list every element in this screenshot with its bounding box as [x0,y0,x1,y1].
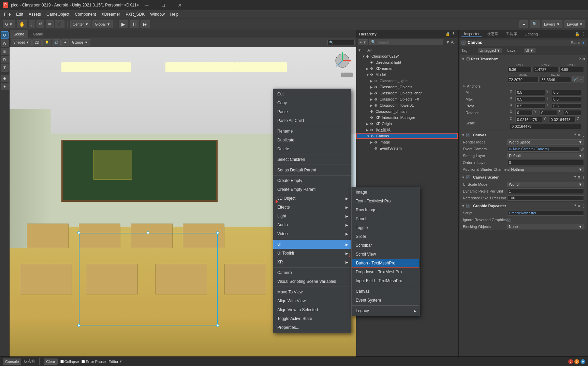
canvas-more-icon[interactable]: ⋮ [582,133,585,137]
submenu-button-tmp[interactable]: Button - TextMeshPro [352,259,419,268]
render-mode-dropdown[interactable]: World Space▼ [507,139,584,145]
error-pause-btn[interactable]: Error Pause [82,360,106,364]
tree-item-image[interactable]: ▶ ⚙ Image [356,139,458,145]
raycaster-toggle[interactable]: ✓ [466,204,470,208]
tree-item-classroom-char[interactable]: ▶ ⚙ Classroom_Objects_char [356,90,458,96]
ctx-select-children[interactable]: Select Children [273,155,351,164]
scaler-info-icon[interactable]: ? [574,176,576,179]
anchor-min-x-field[interactable]: 0.5 [515,90,545,95]
collapse-btn[interactable]: Collapse [60,360,79,364]
submenu-raw-image[interactable]: Raw Image [352,205,419,214]
scaler-more-icon[interactable]: ⋮ [582,176,585,179]
editor-btn[interactable]: Editor ▼ [108,360,122,364]
script-field[interactable]: GraphicRaycaster [507,211,584,216]
pause-button[interactable]: ⏸ [130,20,139,28]
rot-x-field[interactable]: 0 [515,110,533,116]
tree-item-canvas[interactable]: ▼ ⚙ Canvas [356,133,458,139]
submenu-text-tmp[interactable]: Text - TextMeshPro [352,197,419,205]
ctx-align-with-view[interactable]: Align With View [273,296,351,305]
width-field[interactable]: 72.2079 [507,77,539,82]
shading-dropdown[interactable]: Shaded ▼ [11,39,32,46]
scale-tool[interactable]: R [1,56,9,63]
event-camera-pick[interactable]: ◎ [580,147,584,151]
menu-xdreamer[interactable]: XDreamer [99,11,123,17]
tree-item-xr-origin[interactable]: ▶ ⚙ XR Origin [356,121,458,127]
hierarchy-add-btn[interactable]: + ▼ [358,39,368,45]
scale-z-field[interactable]: 0.02164478 [510,124,581,129]
scene-search-input[interactable]: 🔍 [327,40,355,45]
info-count-indicator[interactable]: 0 [580,359,585,364]
ctx-ui-toolkit[interactable]: UI Toolkit▶ [273,249,351,258]
rect-settings-icon[interactable]: ⚙ [582,57,585,61]
tree-item-xr-manager[interactable]: ⚙ XR Interaction Manager [356,115,458,121]
maximize-button[interactable]: □ [156,0,171,10]
submenu-scroll-view[interactable]: Scroll View [352,250,419,259]
ctx-create-empty[interactable]: Create Empty [273,176,351,185]
step-button[interactable]: ⏭ [141,20,150,28]
ui-scale-mode-dropdown[interactable]: World▼ [507,182,584,187]
pos-z-field[interactable]: 4.95 [559,67,584,72]
pos-y-field[interactable]: 1.4727 [533,67,558,72]
anchors-arrow[interactable]: ▶ [463,84,466,88]
tree-item-all[interactable]: ▼ All [356,47,458,53]
ctx-toggle-active[interactable]: Toggle Active State [273,314,351,323]
scene-audio-btn[interactable]: 🔊 [52,39,61,46]
cloud-icon[interactable]: ☁ [519,20,528,28]
menu-gameobject[interactable]: GameObject [44,11,72,17]
canvas-active-toggle[interactable]: ✓ [466,133,470,137]
canvas-settings-icon[interactable]: ⚙ [577,133,580,137]
anchor-max-y-field[interactable]: 0.5 [552,96,582,102]
menu-component[interactable]: Component [72,11,99,17]
tool-move[interactable]: ✋ [17,20,27,28]
minimize-button[interactable]: ─ [139,0,155,10]
ctx-duplicate[interactable]: Duplicate [273,136,351,144]
scale-x-field[interactable]: 0.02164478 [515,117,542,122]
hierarchy-more-icon[interactable]: ⋮ [452,32,455,36]
layer-dropdown[interactable]: UI▼ [524,48,535,53]
dynamic-pixels-field[interactable]: 1 [507,188,584,194]
scene-fx-btn[interactable]: ✦ [61,39,69,46]
tree-item-dimian[interactable]: ⚙ Classroom_dimian [356,108,458,115]
ctx-cut[interactable]: Cut [273,90,351,98]
canvas-scaler-header[interactable]: ▼ ✓ Canvas Scaler ? ⚙ ⋮ [460,173,587,181]
tree-item-teleport[interactable]: ▶ ⚙ 传送区域 [356,127,458,133]
scaler-settings-icon[interactable]: ⚙ [577,176,580,179]
tool-scale[interactable]: ↺ [36,20,44,28]
ctx-set-default-parent[interactable]: Set as Default Parent [273,166,351,174]
ctx-effects[interactable]: Effects▶ [273,203,351,212]
blocking-objects-dropdown[interactable]: None▼ [507,224,584,229]
submenu-panel[interactable]: Panel [352,214,419,223]
error-pause-checkbox[interactable] [82,360,85,363]
inspector-tab-inspector[interactable]: Inspector [461,31,482,37]
tree-item-classroom-flower[interactable]: ▶ ⚙ Classroom_flower01 [356,102,458,108]
ctx-3d-object[interactable]: 3D Object▶ [273,194,351,203]
scene-gizmo[interactable]: X Y Z [332,50,353,71]
pivot-x-field[interactable]: 0.5 [515,103,545,109]
layers-dropdown[interactable]: Layers ▼ [542,20,562,28]
error-count-indicator[interactable]: 0 [568,359,573,364]
pivot-toggle[interactable]: Center ▼ [70,20,91,28]
ctx-audio[interactable]: Audio▶ [273,220,351,229]
select-tool[interactable]: Q [1,31,9,39]
active-toggle[interactable]: ✓ [461,41,466,45]
ctx-camera[interactable]: Camera [273,268,351,277]
rect-tool[interactable]: T [1,64,9,72]
scale-y-field[interactable]: 0.02164478 [549,117,576,122]
tree-item-xdreamer[interactable]: ▶ ⚙ XDreamer [356,65,458,72]
ctx-light[interactable]: Light▶ [273,212,351,220]
custom-tool-1[interactable]: ⊕ [1,75,9,82]
inspector-tab-tools[interactable]: 工具库 [503,31,520,37]
submenu-event-system[interactable]: Event System [352,296,419,305]
submenu-scrollbar[interactable]: Scrollbar [352,241,419,250]
hierarchy-all-label[interactable]: ▼ All [444,40,457,45]
inspector-tab-state[interactable]: 状态库 [484,31,501,37]
tree-item-classroom0219[interactable]: ▼ ⚙ Classroom0219* [356,53,458,59]
tool-rotate[interactable]: ↕ [29,20,35,28]
rect-info-icon[interactable]: ? [579,57,581,61]
reference-pixels-field[interactable]: 100 [507,195,584,201]
ctx-delete[interactable]: Delete [273,144,351,153]
ignore-reversed-checkbox[interactable]: ✓ [507,218,511,222]
inspector-more-icon[interactable]: ⋮ [581,32,585,36]
raycaster-info-icon[interactable]: ? [574,204,576,208]
tree-item-classroom-lights[interactable]: ▶ ⚙ Classroom_lights [356,78,458,84]
